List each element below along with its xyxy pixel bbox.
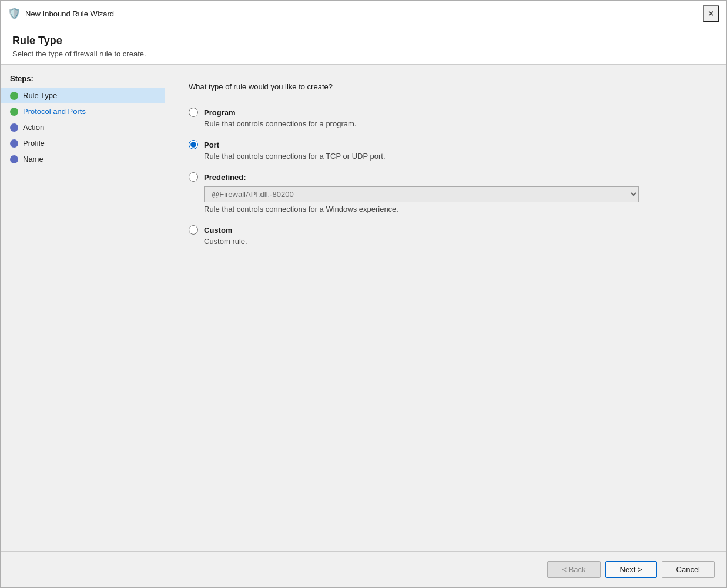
back-button[interactable]: < Back xyxy=(547,561,600,578)
option-port: Port Rule that controls connections for … xyxy=(189,140,703,161)
sidebar-item-name[interactable]: Name xyxy=(1,151,165,167)
sidebar-label-name: Name xyxy=(23,155,43,163)
sidebar-label-protocol-ports: Protocol and Ports xyxy=(23,107,86,116)
page-subtitle: Select the type of firewall rule to crea… xyxy=(12,49,715,58)
option-predefined-desc: Rule that controls connections for a Win… xyxy=(189,205,703,213)
option-custom-label[interactable]: Custom xyxy=(204,226,232,235)
option-program-desc: Rule that controls connections for a pro… xyxy=(189,119,703,128)
step-dot-protocol-ports xyxy=(10,108,18,116)
sidebar-item-action[interactable]: Action xyxy=(1,119,165,135)
predefined-dropdown[interactable]: @FirewallAPI.dll,-80200 xyxy=(204,186,639,202)
footer: < Back Next > Cancel xyxy=(1,551,726,587)
close-button[interactable]: ✕ xyxy=(703,5,719,22)
sidebar-label-action: Action xyxy=(23,123,44,132)
step-dot-action xyxy=(10,123,18,132)
option-predefined-label[interactable]: Predefined: xyxy=(204,173,246,182)
step-dot-name xyxy=(10,155,18,163)
sidebar-item-rule-type[interactable]: Rule Type xyxy=(1,88,165,103)
main-content: What type of rule would you like to crea… xyxy=(165,65,726,551)
radio-predefined[interactable] xyxy=(189,172,198,182)
next-button[interactable]: Next > xyxy=(605,561,657,578)
option-port-desc: Rule that controls connections for a TCP… xyxy=(189,152,703,161)
option-port-label[interactable]: Port xyxy=(204,141,219,149)
step-dot-profile xyxy=(10,139,18,148)
radio-port[interactable] xyxy=(189,140,198,149)
option-predefined: Predefined: @FirewallAPI.dll,-80200 Rule… xyxy=(189,172,703,213)
sidebar-label-rule-type: Rule Type xyxy=(23,91,57,100)
content-area: Steps: Rule Type Protocol and Ports Acti… xyxy=(1,65,726,551)
question-label: What type of rule would you like to crea… xyxy=(189,82,703,91)
dialog-window: 🛡️ New Inbound Rule Wizard ✕ Rule Type S… xyxy=(0,0,727,588)
steps-label: Steps: xyxy=(1,74,165,88)
title-bar-left: 🛡️ New Inbound Rule Wizard xyxy=(8,7,114,20)
title-bar: 🛡️ New Inbound Rule Wizard ✕ xyxy=(1,1,726,26)
option-custom: Custom Custom rule. xyxy=(189,225,703,246)
radio-program[interactable] xyxy=(189,108,198,117)
sidebar-item-profile[interactable]: Profile xyxy=(1,135,165,151)
sidebar: Steps: Rule Type Protocol and Ports Acti… xyxy=(1,65,165,551)
header-section: Rule Type Select the type of firewall ru… xyxy=(1,26,726,65)
sidebar-label-profile: Profile xyxy=(23,139,45,148)
dialog-title: New Inbound Rule Wizard xyxy=(25,9,114,18)
sidebar-item-protocol-ports[interactable]: Protocol and Ports xyxy=(1,103,165,119)
option-custom-row: Custom xyxy=(189,225,703,235)
radio-custom[interactable] xyxy=(189,225,198,235)
app-icon: 🛡️ xyxy=(8,7,21,20)
option-program-row: Program xyxy=(189,108,703,117)
option-program-label[interactable]: Program xyxy=(204,108,235,117)
step-dot-rule-type xyxy=(10,92,18,100)
cancel-button[interactable]: Cancel xyxy=(662,561,715,578)
option-custom-desc: Custom rule. xyxy=(189,237,703,246)
option-group: Program Rule that controls connections f… xyxy=(189,108,703,246)
page-title: Rule Type xyxy=(12,35,715,47)
option-port-row: Port xyxy=(189,140,703,149)
option-predefined-row: Predefined: xyxy=(189,172,703,182)
option-program: Program Rule that controls connections f… xyxy=(189,108,703,128)
